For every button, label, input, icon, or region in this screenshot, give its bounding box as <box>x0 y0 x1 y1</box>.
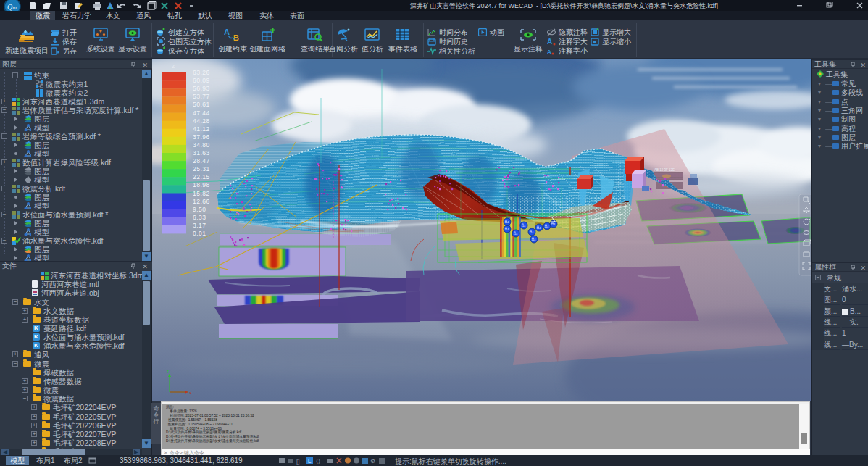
svg-text:60.09: 60.09 <box>193 77 210 84</box>
svg-text:3.17: 3.17 <box>193 222 206 229</box>
svg-text:AB 12 3F 12E: AB 12 3F 12E <box>654 168 675 172</box>
svg-text:37.96: 37.96 <box>193 133 210 141</box>
svg-text:[]: [] <box>296 458 299 465</box>
svg-text:47.44: 47.44 <box>193 109 210 117</box>
svg-text:114: 114 <box>530 231 534 234</box>
svg-text:⚙: ⚙ <box>370 458 375 465</box>
svg-text:114: 114 <box>551 223 556 226</box>
svg-text:z: z <box>167 369 169 373</box>
svg-text:114: 114 <box>537 227 541 230</box>
svg-text:56.93: 56.93 <box>193 85 210 92</box>
svg-text:Qm: Qm <box>7 3 17 11</box>
svg-text:12.66: 12.66 <box>193 198 210 205</box>
svg-text:A: A <box>547 38 552 46</box>
svg-text:15.82: 15.82 <box>193 190 210 197</box>
svg-text:6.33: 6.33 <box>193 214 206 221</box>
svg-text:B: B <box>233 33 239 42</box>
svg-text:114: 114 <box>522 225 526 228</box>
svg-text:Z: Z <box>172 64 175 69</box>
svg-text:31.63: 31.63 <box>193 149 210 157</box>
svg-text:114: 114 <box>514 233 518 236</box>
svg-text:28.47: 28.47 <box>193 157 210 165</box>
svg-text:22.15: 22.15 <box>193 173 210 180</box>
svg-text:63.26: 63.26 <box>193 69 210 76</box>
svg-text:114: 114 <box>505 221 509 224</box>
svg-text:44.28: 44.28 <box>193 117 210 125</box>
svg-text:⟨⟩: ⟨⟩ <box>316 458 320 465</box>
svg-text:A: A <box>224 28 230 36</box>
svg-text:18.98: 18.98 <box>193 181 210 188</box>
svg-text:114: 114 <box>505 228 509 231</box>
svg-text:9.50: 9.50 <box>193 206 206 213</box>
svg-text:41.12: 41.12 <box>193 125 210 133</box>
svg-text:A: A <box>547 49 551 55</box>
svg-text:L: L <box>308 458 312 465</box>
svg-text:114: 114 <box>545 225 549 228</box>
svg-text:53.77: 53.77 <box>193 93 210 100</box>
svg-text:25.31: 25.31 <box>193 165 210 172</box>
svg-text:34.80: 34.80 <box>193 141 210 149</box>
svg-text:50.61: 50.61 <box>193 101 210 108</box>
svg-text:114: 114 <box>532 238 536 241</box>
svg-text:x: x <box>189 391 191 395</box>
svg-text:0.01: 0.01 <box>193 230 206 237</box>
